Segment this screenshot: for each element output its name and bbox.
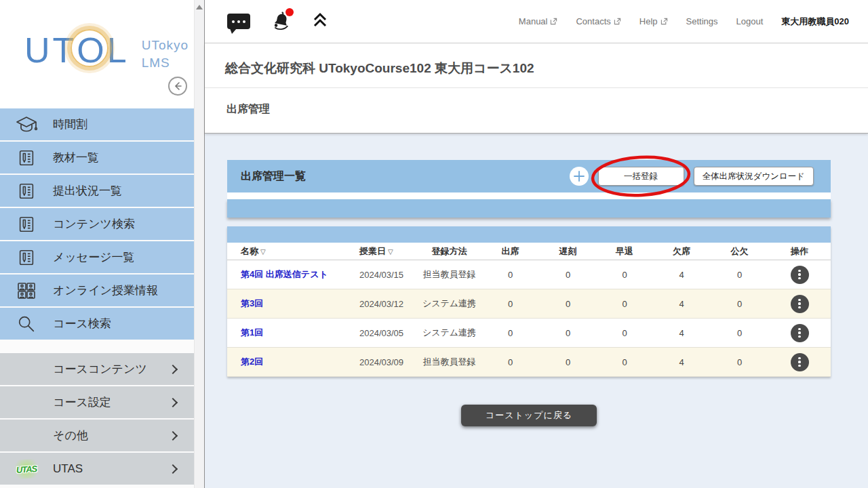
late-count: 0 [539,328,597,338]
chevron-right-icon [168,364,178,373]
sidebar-item-label: 提出状況一覧 [53,183,122,199]
early-leave-count: 0 [597,357,652,367]
sidebar-item-others[interactable]: その他 [0,420,194,451]
early-leave-count: 0 [597,299,652,309]
row-actions-menu-icon[interactable] [791,266,809,284]
excused-count: 0 [711,357,768,367]
nav-link-settings[interactable]: Settings [686,16,718,26]
sort-icon[interactable]: ▽ [260,248,266,256]
sidebar-item-materials[interactable]: 教材一覧 [0,142,194,174]
early-leave-count: 0 [597,270,652,280]
sidebar-section-gap [0,341,194,353]
sidebar-item-course-search[interactable]: コース検索 [0,308,194,340]
sidebar-item-label: メッセージ一覧 [53,249,135,265]
nav-link-manual[interactable]: Manual [519,16,558,26]
clipboard-icon [0,247,53,268]
page-header: 総合文化研究科 UTokyoCourse102 東大用コース102 出席管理 [205,43,868,134]
download-attendance-button[interactable]: 全体出席状況ダウンロード [694,167,814,186]
sidebar: UTOL UTokyo LMS 時間割 [0,0,194,488]
attendance-name-link[interactable]: 第4回 出席送信テスト [227,268,353,281]
present-count: 0 [481,328,539,338]
column-header-method: 登録方法 [417,245,481,258]
sidebar-item-label: コンテンツ検索 [53,216,135,232]
collapse-header-icon[interactable] [311,12,329,32]
sidebar-item-timetable[interactable]: 時間割 [0,108,194,140]
column-header-excused: 公欠 [711,245,768,258]
top-navbar: Manual Contacts Help Settings Logout 東大用… [205,0,868,43]
attendance-name-link[interactable]: 第1回 [227,327,353,339]
column-header-name[interactable]: 名称▽ [227,245,353,258]
present-count: 0 [481,270,539,280]
page-title: 出席管理 [205,88,868,117]
online-class-icon [0,281,53,300]
column-header-date[interactable]: 授業日▽ [353,245,417,258]
clipboard-icon [0,181,53,201]
sidebar-item-label: 時間割 [53,117,87,132]
sidebar-menu: 時間割 教材一覧 提出状況一覧 [0,108,194,485]
class-date: 2024/03/12 [353,299,417,309]
utas-logo-icon: UTAS [12,458,41,479]
sidebar-item-label: その他 [53,428,88,443]
external-link-icon [614,18,621,25]
nav-link-help[interactable]: Help [639,16,668,26]
logo-subtext: UTokyo LMS [142,37,189,71]
register-method: 担当教員登録 [417,268,481,281]
row-actions-menu-icon[interactable] [791,324,809,342]
table-header-row: 名称▽ 授業日▽ 登録方法 出席 遅刻 早退 欠席 公欠 操作 [227,243,831,260]
arrow-left-icon [172,81,183,92]
external-link-icon [660,18,668,25]
present-count: 0 [481,299,539,309]
nav-icon-group [227,10,329,33]
add-attendance-button[interactable] [570,167,589,186]
clipboard-icon [0,148,53,168]
nav-links: Manual Contacts Help Settings Logout 東大用… [519,16,849,28]
attendance-name-link[interactable]: 第3回 [227,298,353,310]
early-leave-count: 0 [597,328,652,338]
chevron-right-icon [168,464,178,473]
late-count: 0 [539,270,597,280]
sidebar-item-label: UTAS [53,462,83,476]
sidebar-collapse-button[interactable] [168,77,187,96]
sort-icon[interactable]: ▽ [388,248,393,256]
messages-icon[interactable] [227,14,250,29]
sidebar-item-submissions[interactable]: 提出状況一覧 [0,175,194,207]
notification-badge [285,8,294,16]
absent-count: 4 [652,270,711,280]
late-count: 0 [539,299,597,309]
sidebar-item-utas[interactable]: UTAS UTAS [0,453,194,485]
scrollbar-up-arrow[interactable] [196,5,203,9]
back-to-course-top-button[interactable]: コーストップに戻る [461,405,597,426]
sidebar-item-course-contents[interactable]: コースコンテンツ [0,353,194,385]
register-method: システム連携 [417,327,481,339]
row-actions-menu-icon[interactable] [791,295,809,313]
sidebar-scrollbar[interactable] [194,0,204,488]
row-actions-menu-icon[interactable] [791,353,809,371]
chevron-right-icon [168,430,178,440]
sidebar-item-content-search[interactable]: コンテンツ検索 [0,208,194,240]
bulk-register-button[interactable]: 一括登録 [598,167,684,186]
sidebar-item-online-class[interactable]: オンライン授業情報 [0,274,194,306]
main-area: Manual Contacts Help Settings Logout 東大用… [204,0,868,488]
class-date: 2024/03/15 [353,270,417,280]
table-row: 第2回 2024/03/09 担当教員登録 0 0 0 4 0 [227,348,831,377]
attendance-name-link[interactable]: 第2回 [227,356,353,368]
content-area: 出席管理一覧 一括登録 [205,134,868,488]
user-name: 東大用教職員020 [781,16,849,28]
attendance-panel: 出席管理一覧 一括登録 [227,160,831,218]
notifications-bell-icon[interactable] [271,10,291,33]
excused-count: 0 [711,299,768,309]
sidebar-item-course-settings[interactable]: コース設定 [0,386,194,418]
panel-body-strip [227,192,831,199]
nav-link-logout[interactable]: Logout [736,16,764,26]
logo-area: UTOL UTokyo LMS [0,0,194,108]
column-header-actions: 操作 [768,245,831,258]
attendance-panel-header: 出席管理一覧 一括登録 [227,160,831,192]
table-top-bar [227,226,831,243]
course-title: 総合文化研究科 UTokyoCourse102 東大用コース102 [205,43,868,77]
present-count: 0 [481,357,539,367]
table-row: 第3回 2024/03/12 システム連携 0 0 0 4 0 [227,289,831,319]
nav-link-contacts[interactable]: Contacts [576,16,620,26]
app-root: UTOL UTokyo LMS 時間割 [0,0,868,488]
register-method: システム連携 [417,298,481,310]
sidebar-item-messages[interactable]: メッセージ一覧 [0,241,194,273]
